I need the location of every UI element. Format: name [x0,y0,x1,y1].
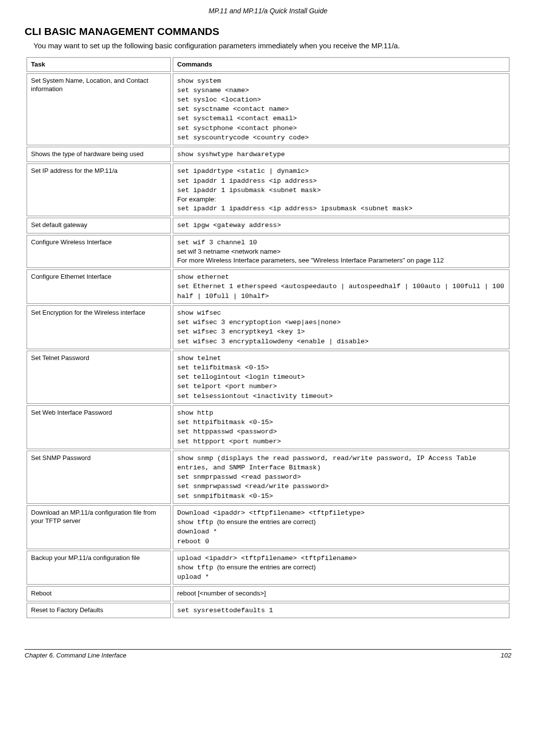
command-text: show snmp (displays the read password, r… [177,455,480,500]
header-commands: Commands [173,57,509,72]
task-cell: Reboot [27,586,171,601]
task-cell: Download an MP.11/a configuration file f… [27,505,171,549]
command-text: Download <ipaddr> <tftpfilename> <tftpfi… [177,509,365,517]
command-text: upload <ipaddr> <tftpfilename> <tftpfile… [177,555,357,562]
footer-page: 102 [501,652,511,659]
command-text: set sysresettodefaults 1 [177,607,273,614]
command-cell: reboot [<number of seconds>] [173,586,509,601]
command-text: set ipaddrtype <static | dynamic> set ip… [177,167,321,194]
command-cell: show ethernet set Ethernet 1 etherspeed … [173,269,509,304]
command-cell: show http set httpifbitmask <0-15> set h… [173,405,509,449]
table-header-row: Task Commands [27,57,509,72]
command-text: show tftp [177,519,217,526]
command-text: show syshwtype hardwaretype [177,151,285,158]
command-cell: show system set sysname <name> set syslo… [173,73,509,146]
command-text: show http set httpifbitmask <0-15> set h… [177,409,281,445]
table-row: Set SNMP Passwordshow snmp (displays the… [27,451,509,504]
command-cell: set wif 3 channel 10set wif 3 netname <n… [173,235,509,268]
section-heading: CLI BASIC MANAGEMENT COMMANDS [25,26,511,37]
command-text: show telnet set telifbitmask <0-15> set … [177,355,333,400]
header-task: Task [27,57,171,72]
command-cell: show wifsec set wifsec 3 encryptoption <… [173,305,509,349]
doc-header: MP.11 and MP.11/a Quick Install Guide [25,0,511,24]
table-row: Set Telnet Passwordshow telnet set telif… [27,351,509,404]
command-text: show ethernet set Ethernet 1 etherspeed … [177,273,508,299]
task-cell: Backup your MP.11/a configuration file [27,551,171,585]
task-cell: Reset to Factory Defaults [27,603,171,618]
task-cell: Set Web Interface Password [27,405,171,449]
table-row: Set Web Interface Passwordshow http set … [27,405,509,449]
table-row: Set Encryption for the Wireless interfac… [27,305,509,349]
note-text: (to ensure the entries are correct) [217,563,315,571]
commands-table: Task Commands Set System Name, Location,… [25,56,511,620]
table-row: Reset to Factory Defaultsset sysresettod… [27,603,509,618]
command-text: download * reboot 0 [177,528,217,545]
note-text: (to ensure the entries are correct) [217,518,315,526]
table-row: Set IP address for the MP.11/aset ipaddr… [27,164,509,216]
command-text: upload * [177,573,209,581]
task-cell: Configure Wireless Interface [27,235,171,268]
table-row: Configure Ethernet Interfaceshow etherne… [27,269,509,304]
table-row: Shows the type of hardware being usedsho… [27,147,509,162]
table-row: Backup your MP.11/a configuration fileup… [27,551,509,585]
table-row: Configure Wireless Interfaceset wif 3 ch… [27,235,509,268]
command-text: show system set sysname <name> set syslo… [177,77,309,141]
task-cell: Set default gateway [27,218,171,233]
note-text: set wif 3 netname <network name> [177,248,281,255]
command-cell: set sysresettodefaults 1 [173,603,509,618]
note-text: reboot [<number of seconds>] [177,590,266,597]
task-cell: Set SNMP Password [27,451,171,504]
task-cell: Shows the type of hardware being used [27,147,171,162]
command-cell: upload <ipaddr> <tftpfilename> <tftpfile… [173,551,509,585]
page-footer: Chapter 6. Command Line Interface 102 [25,649,511,674]
table-row: Rebootreboot [<number of seconds>] [27,586,509,601]
note-text: For more Wireless Interface parameters, … [177,257,444,264]
command-text: set ipgw <gateway address> [177,222,281,229]
footer-chapter: Chapter 6. Command Line Interface [25,652,126,659]
table-row: Set default gatewayset ipgw <gateway add… [27,218,509,233]
command-cell: set ipaddrtype <static | dynamic> set ip… [173,164,509,216]
note-text: For example: [177,196,216,203]
command-cell: show telnet set telifbitmask <0-15> set … [173,351,509,404]
command-text: set ipaddr 1 ipaddress <ip address> ipsu… [177,205,412,212]
section-intro: You may want to set up the following bas… [33,41,511,50]
command-cell: show snmp (displays the read password, r… [173,451,509,504]
command-text: set wif 3 channel 10 [177,239,257,246]
command-text: show tftp [177,564,217,571]
task-cell: Set IP address for the MP.11/a [27,164,171,216]
command-cell: show syshwtype hardwaretype [173,147,509,162]
task-cell: Configure Ethernet Interface [27,269,171,304]
task-cell: Set System Name, Location, and Contact i… [27,73,171,146]
command-cell: set ipgw <gateway address> [173,218,509,233]
task-cell: Set Telnet Password [27,351,171,404]
command-cell: Download <ipaddr> <tftpfilename> <tftpfi… [173,505,509,549]
task-cell: Set Encryption for the Wireless interfac… [27,305,171,349]
table-row: Download an MP.11/a configuration file f… [27,505,509,549]
table-row: Set System Name, Location, and Contact i… [27,73,509,146]
command-text: show wifsec set wifsec 3 encryptoption <… [177,309,369,345]
